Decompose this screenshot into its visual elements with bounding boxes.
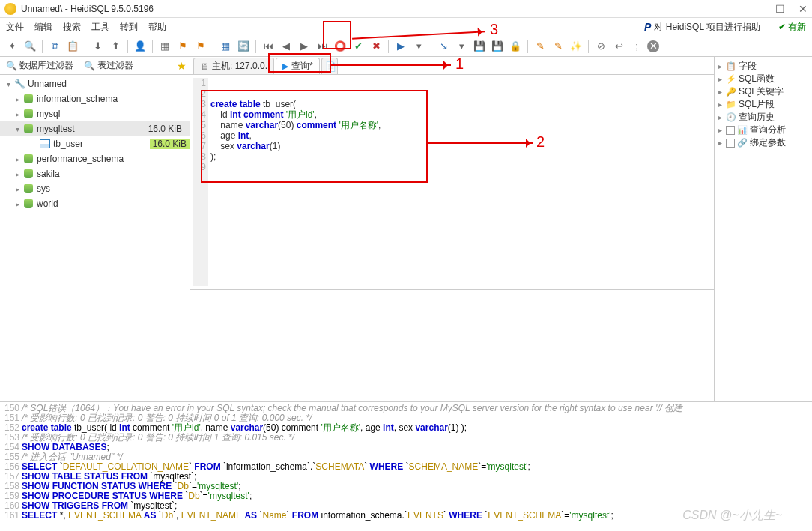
right-item[interactable]: ▸🔗绑定参数 [716,136,811,149]
tool-semi-icon[interactable]: ; [629,39,644,54]
tree-db-item[interactable]: ▸information_schema [0,91,190,106]
tool-save-icon[interactable]: 💾 [472,39,487,54]
play-icon: ▶ [282,61,288,71]
tool-person-icon[interactable]: 👤 [133,39,148,54]
left-pane: 🔍 数据库过滤器 🔍 表过滤器 ★ ▾🔧 Unnamed ▸informatio… [0,57,190,401]
tool-sparkle-icon[interactable]: ✦ [4,39,19,54]
right-item[interactable]: ▸🕘查询历史 [716,111,811,124]
window-title: Unnamed\ - HeidiSQL 9.5.0.5196 [21,4,751,14]
menu-goto[interactable]: 转到 [120,21,138,34]
tree-db-item[interactable]: ▾mysqltest16.0 KiB [0,121,190,136]
close-button[interactable]: ✕ [799,3,808,15]
menu-bar: 文件 编辑 搜索 工具 转到 帮助 P对 HeidiSQL 项目进行捐助 ✔ 有… [0,18,812,36]
tree-db-item[interactable]: ▸sys [0,181,190,196]
update-link[interactable]: ✔ 有新 [778,21,806,34]
tool-flag2-icon[interactable]: ⚑ [193,39,208,54]
donate-link[interactable]: P对 HeidiSQL 项目进行捐助 [644,21,760,34]
tool-close-icon[interactable]: ✕ [647,40,659,52]
menu-file[interactable]: 文件 [6,21,24,34]
tab-host-label: 主机: 127.0.0. [212,60,267,73]
table-filter-tab[interactable]: 🔍 表过滤器 [81,58,136,73]
tool-arrow-icon[interactable]: ↘ [436,39,451,54]
tool-edit2-icon[interactable]: ✎ [551,39,566,54]
favorite-icon[interactable]: ★ [177,60,187,72]
new-tab-icon: 📄 [325,61,336,72]
menu-search[interactable]: 搜索 [63,21,81,34]
menu-edit[interactable]: 编辑 [34,21,52,34]
tab-query[interactable]: ▶ 查询* [276,58,320,74]
title-bar: Unnamed\ - HeidiSQL 9.5.0.5196 — ☐ ✕ [0,0,812,18]
log-line: 154SHOW DATABASES; [1,443,811,452]
db-filter-tab[interactable]: 🔍 数据库过滤器 [3,58,76,73]
tool-export-icon[interactable]: ⬆ [108,39,123,54]
tool-zoom-icon[interactable]: 🔍 [22,39,37,54]
tool-dropdown-icon[interactable]: ▾ [411,39,426,54]
tool-saveall-icon[interactable]: 💾 [490,39,505,54]
tree-db-item[interactable]: ▸mysql [0,106,190,121]
line-gutter: 123456789 [193,78,208,286]
code-area[interactable]: create table tb_user( id int comment '用户… [208,78,711,286]
run-query-button[interactable]: ▶ [393,39,408,54]
tool-flag-icon[interactable]: ⚑ [175,39,190,54]
result-pane [190,289,714,401]
log-line: 153/* 受影响行数: 0 已找到记录: 0 警告: 0 持续时间 1 查询:… [1,433,811,443]
tab-new[interactable]: 📄 [321,58,338,74]
log-pane[interactable]: 150/* SQL错误（1064）：You have an error in y… [0,401,812,531]
tool-grid-icon[interactable]: ▦ [157,39,172,54]
tree-db-item[interactable]: ▸sakila [0,166,190,181]
app-icon [4,3,16,15]
right-item[interactable]: ▸⚡SQL函数 [716,73,811,85]
right-item[interactable]: ▸🔑SQL关键字 [716,85,811,98]
right-item[interactable]: ▸📁SQL片段 [716,98,811,111]
tool-wrap-icon[interactable]: ↩ [611,39,626,54]
host-icon: 🖥 [200,61,209,72]
tool-paste-icon[interactable]: 📋 [65,39,80,54]
tool-prev-icon[interactable]: ◀ [279,39,294,54]
menu-tools[interactable]: 工具 [91,21,109,34]
right-pane: ▸📋字段▸⚡SQL函数▸🔑SQL关键字▸📁SQL片段▸🕘查询历史▸📊查询分析▸🔗… [715,57,812,401]
tool-next-icon[interactable]: ▶ [297,39,312,54]
center-pane: 🖥 主机: 127.0.0. ▶ 查询* 📄 123456789 create … [190,57,715,401]
tool-import-icon[interactable]: ⬇ [90,39,105,54]
maximize-button[interactable]: ☐ [775,3,785,15]
tool-x-icon[interactable]: ✖ [369,39,384,54]
tree-connection[interactable]: ▾🔧 Unnamed [0,76,190,91]
tool-first-icon[interactable]: ⏮ [261,39,276,54]
right-item[interactable]: ▸📊查询分析 [716,124,811,136]
tab-query-label: 查询* [291,60,313,73]
tool-circle-icon[interactable]: ⭕ [333,39,348,54]
minimize-button[interactable]: — [751,3,762,15]
tool-last-icon[interactable]: ⏭ [315,39,330,54]
tool-lock-icon[interactable]: 🔒 [508,39,523,54]
tool-stop-icon[interactable]: ⊘ [593,39,608,54]
tree-db-item[interactable]: ▸world [0,196,190,211]
sql-editor[interactable]: 123456789 create table tb_user( id int c… [193,78,711,286]
tool-refresh-icon[interactable]: 🔄 [236,39,251,54]
tab-host[interactable]: 🖥 主机: 127.0.0. [193,58,274,74]
tool-table-icon[interactable]: ▦ [218,39,233,54]
database-tree[interactable]: ▾🔧 Unnamed ▸information_schema▸mysql▾mys… [0,75,190,401]
menu-help[interactable]: 帮助 [148,21,166,34]
tool-dd2-icon[interactable]: ▾ [454,39,469,54]
toolbar: ✦ 🔍 ⧉ 📋 ⬇ ⬆ 👤 ▦ ⚑ ⚑ ▦ 🔄 ⏮ ◀ ▶ ⏭ ⭕ ✔ ✖ ▶ … [0,36,812,57]
tool-edit-icon[interactable]: ✎ [533,39,548,54]
tool-copy-icon[interactable]: ⧉ [47,39,62,54]
tool-wand-icon[interactable]: ✨ [569,39,584,54]
log-line: 161SELECT *, EVENT_SCHEMA AS `Db`, EVENT… [1,511,811,521]
tree-db-item[interactable]: ▸performance_schema [0,151,190,166]
tool-check-icon[interactable]: ✔ [351,39,366,54]
right-item[interactable]: ▸📋字段 [716,60,811,73]
tree-table-item[interactable]: tb_user16.0 KiB [0,136,190,151]
